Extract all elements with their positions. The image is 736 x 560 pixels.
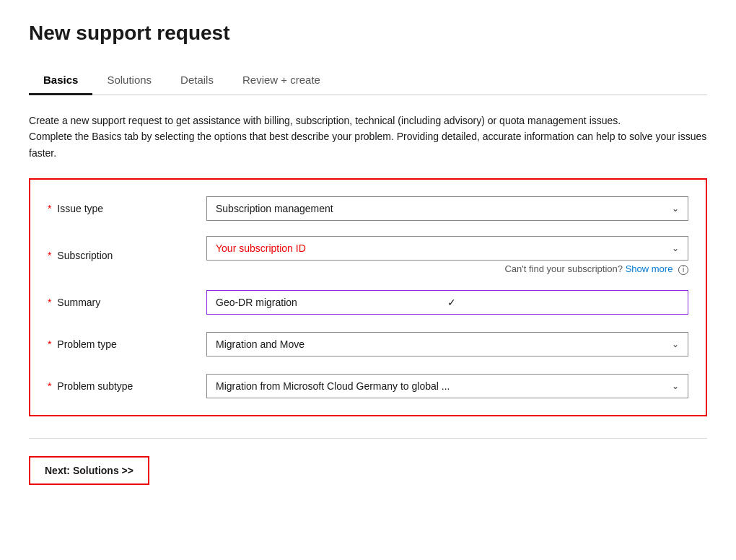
tab-review-create[interactable]: Review + create	[228, 66, 335, 95]
summary-label: * Summary	[48, 297, 206, 308]
summary-input[interactable]: Geo-DR migration ✓	[206, 290, 688, 315]
chevron-down-icon: ⌄	[672, 339, 679, 349]
tab-solutions[interactable]: Solutions	[92, 66, 166, 95]
show-more-link[interactable]: Show more	[626, 263, 673, 274]
form-description: Create a new support request to get assi…	[29, 113, 707, 161]
divider	[29, 438, 707, 439]
problem-type-dropdown[interactable]: Migration and Move ⌄	[206, 332, 688, 356]
subscription-control: Your subscription ID ⌄ Can't find your s…	[206, 236, 688, 275]
page-title: New support request	[29, 22, 707, 45]
required-star: *	[48, 380, 51, 392]
subscription-dropdown[interactable]: Your subscription ID ⌄	[206, 236, 688, 261]
issue-type-row: * Issue type Subscription management ⌄	[48, 194, 688, 223]
info-icon[interactable]: i	[678, 265, 688, 275]
issue-type-control: Subscription management ⌄	[206, 196, 688, 221]
problem-subtype-dropdown[interactable]: Migration from Microsoft Cloud Germany t…	[206, 374, 688, 398]
chevron-down-icon: ⌄	[672, 204, 679, 214]
problem-type-label: * Problem type	[48, 338, 206, 350]
required-star: *	[48, 297, 51, 308]
subscription-label: * Subscription	[48, 250, 206, 261]
tab-navigation: Basics Solutions Details Review + create	[29, 66, 707, 95]
required-star: *	[48, 338, 51, 350]
check-icon: ✓	[447, 297, 679, 308]
chevron-down-icon: ⌄	[672, 381, 679, 391]
issue-type-dropdown[interactable]: Subscription management ⌄	[206, 196, 688, 221]
problem-type-row: * Problem type Migration and Move ⌄	[48, 330, 688, 359]
subscription-note: Can't find your subscription? Show more …	[206, 263, 688, 275]
required-star: *	[48, 250, 51, 261]
problem-subtype-control: Migration from Microsoft Cloud Germany t…	[206, 374, 688, 398]
next-solutions-button[interactable]: Next: Solutions >>	[29, 456, 149, 485]
tab-basics[interactable]: Basics	[29, 66, 92, 95]
summary-control: Geo-DR migration ✓	[206, 290, 688, 315]
issue-type-label: * Issue type	[48, 203, 206, 214]
tab-details[interactable]: Details	[166, 66, 228, 95]
chevron-down-icon: ⌄	[672, 243, 679, 253]
problem-subtype-label: * Problem subtype	[48, 380, 206, 392]
summary-row: * Summary Geo-DR migration ✓	[48, 288, 688, 317]
required-star: *	[48, 203, 51, 214]
problem-subtype-row: * Problem subtype Migration from Microso…	[48, 372, 688, 401]
problem-type-control: Migration and Move ⌄	[206, 332, 688, 356]
subscription-row: * Subscription Your subscription ID ⌄ Ca…	[48, 236, 688, 275]
basics-form: * Issue type Subscription management ⌄ *…	[29, 178, 707, 416]
